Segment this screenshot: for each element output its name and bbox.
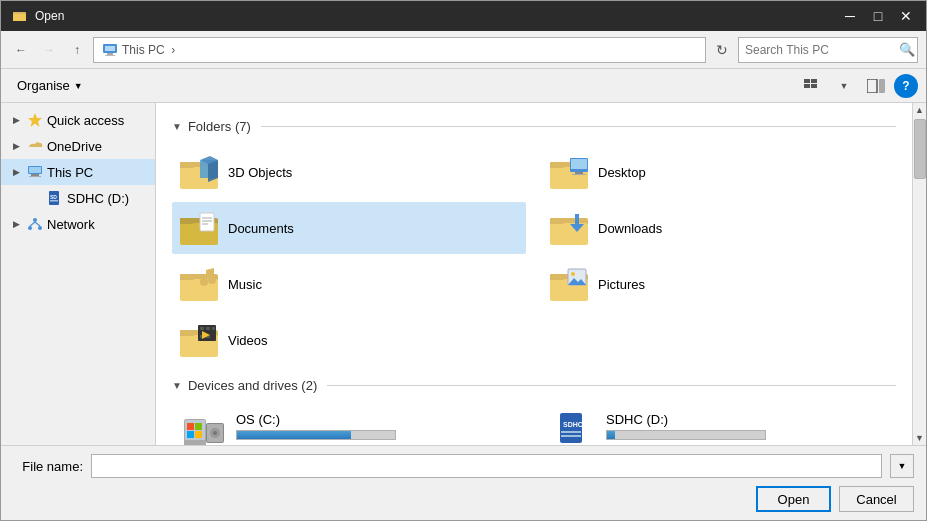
sidebar-item-this-pc[interactable]: ▶ This PC (1, 159, 155, 185)
svg-point-21 (28, 226, 32, 230)
svg-rect-65 (206, 327, 210, 330)
svg-rect-9 (811, 84, 817, 88)
svg-line-24 (35, 222, 40, 226)
svg-rect-19 (50, 200, 58, 202)
drive-item-c[interactable]: OS (C:) 65,3 GB free of 237 GB (172, 405, 526, 445)
sidebar-item-quick-access[interactable]: ▶ Quick access (1, 107, 155, 133)
close-button[interactable]: ✕ (894, 6, 918, 26)
sidebar-label-sdhc: SDHC (D:) (67, 191, 129, 206)
search-box[interactable]: 🔍 (738, 37, 918, 63)
organise-label: Organise (17, 78, 70, 93)
svg-rect-7 (811, 79, 817, 83)
main-area: ▶ Quick access ▶ OneDrive (1, 103, 926, 445)
svg-line-23 (30, 222, 35, 226)
folder-3d-icon (180, 152, 220, 192)
svg-rect-10 (867, 79, 877, 93)
view-dropdown-button[interactable]: ▼ (830, 74, 858, 98)
folder-pictures-label: Pictures (598, 277, 645, 292)
minimize-button[interactable]: ─ (838, 6, 862, 26)
drive-c-free: 65,3 GB free of 237 GB (236, 443, 396, 446)
address-path[interactable]: This PC › (93, 37, 706, 63)
filename-dropdown[interactable]: ▼ (890, 454, 914, 478)
svg-rect-35 (571, 159, 587, 169)
folder-desktop-icon (550, 152, 590, 192)
open-button[interactable]: Open (756, 486, 831, 512)
expand-arrow-network: ▶ (9, 217, 23, 231)
sidebar-label-this-pc: This PC (47, 165, 93, 180)
folder-music-icon (180, 264, 220, 304)
drive-c-fill (237, 431, 351, 439)
organise-button[interactable]: Organise ▼ (9, 74, 91, 97)
folder-item-pictures[interactable]: Pictures (542, 258, 896, 310)
svg-text:SDHC: SDHC (563, 421, 583, 428)
drive-c-info: OS (C:) 65,3 GB free of 237 GB (236, 412, 396, 446)
filename-input[interactable] (91, 454, 882, 478)
folder-downloads-label: Downloads (598, 221, 662, 236)
expand-arrow-onedrive: ▶ (9, 139, 23, 153)
svg-rect-75 (195, 431, 202, 438)
maximize-button[interactable]: □ (866, 6, 890, 26)
svg-rect-80 (560, 413, 582, 443)
devices-chevron: ▼ (172, 380, 182, 391)
title-bar-left: Open (13, 9, 64, 23)
drive-c-name: OS (C:) (236, 412, 396, 427)
folder-pictures-icon (550, 264, 590, 304)
drive-c-bar (236, 430, 396, 440)
preview-pane-button[interactable] (862, 74, 890, 98)
forward-button[interactable]: → (37, 38, 61, 62)
svg-rect-6 (804, 79, 810, 83)
up-button[interactable]: ↑ (65, 38, 89, 62)
scroll-up-button[interactable]: ▲ (913, 103, 927, 117)
filename-label: File name: (13, 459, 83, 474)
svg-marker-12 (28, 113, 42, 127)
drive-d-fill (607, 431, 615, 439)
scroll-down-button[interactable]: ▼ (913, 431, 927, 445)
filename-dropdown-icon: ▼ (898, 461, 907, 471)
bottom-area: File name: ▼ Open Cancel (1, 445, 926, 520)
svg-point-20 (33, 218, 37, 222)
search-input[interactable] (745, 43, 895, 57)
svg-rect-16 (29, 176, 41, 177)
toolbar-right: ▼ ? (798, 74, 918, 98)
folder-documents-label: Documents (228, 221, 294, 236)
view-options-button[interactable] (798, 74, 826, 98)
svg-rect-15 (31, 174, 39, 176)
drive-d-free: 14,8 GB free of 14,8 GB (606, 443, 766, 446)
folder-item-videos[interactable]: Videos (172, 314, 526, 366)
expand-arrow-quick-access: ▶ (9, 113, 23, 127)
filename-row: File name: ▼ (13, 454, 914, 478)
svg-rect-62 (180, 330, 194, 336)
drive-d-name: SDHC (D:) (606, 412, 766, 427)
drive-item-d[interactable]: SDHC SDHC (D:) 14,8 GB free of 14,8 GB (542, 405, 896, 445)
svg-rect-36 (575, 172, 583, 174)
drive-d-bar (606, 430, 766, 440)
scrollbar-thumb[interactable] (914, 119, 926, 179)
help-button[interactable]: ? (894, 74, 918, 98)
svg-text:SD: SD (50, 194, 57, 200)
folders-divider (261, 126, 896, 127)
action-row: Open Cancel (13, 486, 914, 512)
sidebar: ▶ Quick access ▶ OneDrive (1, 103, 156, 445)
search-icon: 🔍 (899, 42, 915, 57)
folder-item-documents[interactable]: Documents (172, 202, 526, 254)
folder-item-downloads[interactable]: Downloads (542, 202, 896, 254)
folder-item-3d-objects[interactable]: 3D Objects (172, 146, 526, 198)
scrollbar[interactable]: ▲ ▼ (912, 103, 926, 445)
back-button[interactable]: ← (9, 38, 33, 62)
title-bar-controls: ─ □ ✕ (838, 6, 918, 26)
folders-chevron: ▼ (172, 121, 182, 132)
svg-point-22 (38, 226, 42, 230)
folder-item-desktop[interactable]: Desktop (542, 146, 896, 198)
content-area[interactable]: ▼ Folders (7) (156, 103, 912, 445)
folder-item-music[interactable]: Music (172, 258, 526, 310)
view-dropdown-icon: ▼ (840, 81, 849, 91)
sidebar-item-sdhc[interactable]: SD SDHC (D:) (1, 185, 155, 211)
refresh-button[interactable]: ↻ (710, 38, 734, 62)
svg-point-52 (200, 278, 208, 286)
this-pc-icon (27, 164, 43, 180)
drives-grid: OS (C:) 65,3 GB free of 237 GB SDHC (172, 405, 896, 445)
cancel-button[interactable]: Cancel (839, 486, 914, 512)
sidebar-item-network[interactable]: ▶ Network (1, 211, 155, 237)
preview-pane-icon (867, 79, 885, 93)
sidebar-item-onedrive[interactable]: ▶ OneDrive (1, 133, 155, 159)
